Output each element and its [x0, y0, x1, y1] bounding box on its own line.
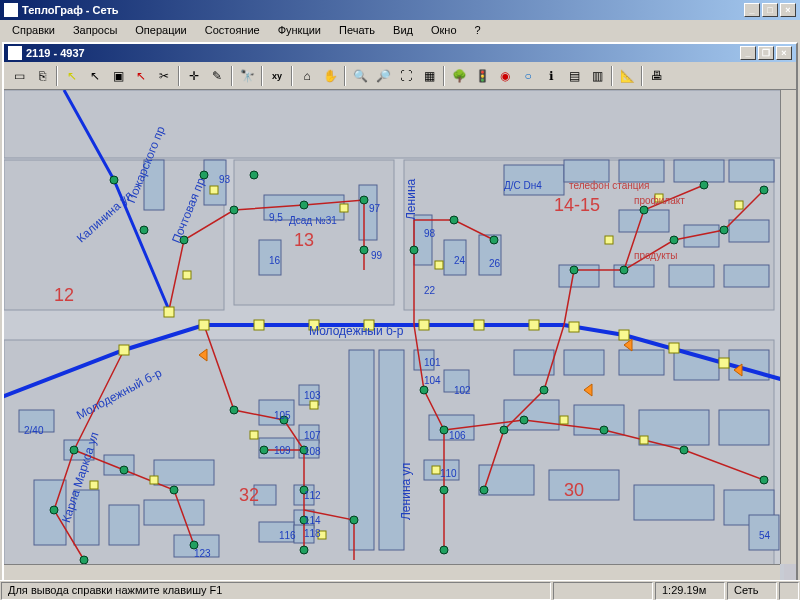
- svg-rect-48: [639, 410, 709, 445]
- tool-zoom-region[interactable]: ▦: [418, 65, 440, 87]
- svg-rect-129: [250, 431, 258, 439]
- map-label: 106: [449, 430, 466, 441]
- tool-print[interactable]: 🖶: [646, 65, 668, 87]
- menu-help[interactable]: ?: [467, 22, 489, 38]
- tool-cut[interactable]: ✂: [153, 65, 175, 87]
- svg-point-112: [70, 446, 78, 454]
- tool-circle[interactable]: ○: [517, 65, 539, 87]
- svg-rect-124: [340, 204, 348, 212]
- app-titlebar: ТеплоГраф - Сеть _ □ ×: [0, 0, 800, 20]
- svg-point-110: [500, 426, 508, 434]
- tool-home[interactable]: ⌂: [296, 65, 318, 87]
- minimize-button[interactable]: _: [744, 3, 760, 17]
- svg-rect-71: [419, 320, 429, 330]
- menu-funkcii[interactable]: Функции: [270, 22, 329, 38]
- map-label: 104: [424, 375, 441, 386]
- map-label: 24: [454, 255, 465, 266]
- map-label: 114: [304, 515, 321, 526]
- doc-close-button[interactable]: ×: [776, 46, 792, 60]
- map-label: 123: [194, 548, 211, 559]
- map-label: 108: [304, 446, 321, 457]
- tool-arrow-red[interactable]: ↖: [130, 65, 152, 87]
- tool-crosshair[interactable]: ✛: [183, 65, 205, 87]
- svg-point-103: [440, 486, 448, 494]
- tool-measure[interactable]: 📐: [616, 65, 638, 87]
- maximize-button[interactable]: □: [762, 3, 778, 17]
- tool-fit[interactable]: ⛶: [395, 65, 417, 87]
- map-viewport[interactable]: 1213303214-15Молодежный б-рМолодежный б-…: [4, 90, 796, 580]
- svg-point-107: [680, 446, 688, 454]
- svg-point-106: [600, 426, 608, 434]
- doc-icon: [8, 46, 22, 60]
- svg-rect-122: [183, 271, 191, 279]
- doc-title: 2119 - 4937: [26, 47, 85, 59]
- scrollbar-vertical[interactable]: [780, 90, 796, 564]
- tool-copy[interactable]: ⎘: [31, 65, 53, 87]
- tool-hand[interactable]: ✋: [319, 65, 341, 87]
- menu-operacii[interactable]: Операции: [127, 22, 194, 38]
- status-grip: [779, 582, 799, 600]
- menu-zaprosy[interactable]: Запросы: [65, 22, 125, 38]
- close-button[interactable]: ×: [780, 3, 796, 17]
- statusbar: Для вывода справки нажмите клавишу F1 1:…: [0, 580, 800, 600]
- svg-point-86: [570, 266, 578, 274]
- svg-point-111: [480, 486, 488, 494]
- map-label: 97: [369, 203, 380, 214]
- tool-xy[interactable]: xy: [266, 65, 288, 87]
- scrollbar-horizontal[interactable]: [4, 564, 780, 580]
- svg-rect-64: [379, 350, 404, 550]
- status-coord: 1:29.19м: [655, 582, 725, 600]
- tool-layers[interactable]: ▤: [563, 65, 585, 87]
- tool-arrow-black[interactable]: ↖: [84, 65, 106, 87]
- tool-tree[interactable]: 🌳: [448, 65, 470, 87]
- tool-select-rect[interactable]: ▣: [107, 65, 129, 87]
- svg-rect-132: [432, 466, 440, 474]
- map-label: 13: [294, 230, 314, 251]
- svg-rect-77: [719, 358, 729, 368]
- svg-rect-15: [564, 160, 609, 182]
- tool-zoom-in[interactable]: 🔍: [349, 65, 371, 87]
- menu-okno[interactable]: Окно: [423, 22, 465, 38]
- map-label: 112: [304, 490, 321, 501]
- map-label: Молодежный б-р: [309, 324, 404, 338]
- tool-traffic[interactable]: 🚦: [471, 65, 493, 87]
- svg-point-102: [440, 426, 448, 434]
- tool-target[interactable]: ◉: [494, 65, 516, 87]
- svg-rect-126: [605, 236, 613, 244]
- svg-point-100: [350, 516, 358, 524]
- menu-pechat[interactable]: Печать: [331, 22, 383, 38]
- svg-point-91: [720, 226, 728, 234]
- menu-spravki[interactable]: Справки: [4, 22, 63, 38]
- svg-rect-134: [640, 436, 648, 444]
- app-icon: [4, 3, 18, 17]
- menu-sostoyanie[interactable]: Состояние: [197, 22, 268, 38]
- map-label: 32: [239, 485, 259, 506]
- svg-rect-21: [729, 220, 769, 242]
- svg-point-82: [360, 246, 368, 254]
- doc-restore-button[interactable]: ❐: [758, 46, 774, 60]
- svg-point-118: [110, 176, 118, 184]
- tool-layers2[interactable]: ▥: [586, 65, 608, 87]
- svg-point-108: [760, 476, 768, 484]
- svg-point-99: [260, 446, 268, 454]
- map-label: телефон станция: [569, 180, 649, 191]
- svg-rect-133: [560, 416, 568, 424]
- tool-binoculars[interactable]: 🔭: [236, 65, 258, 87]
- svg-point-119: [140, 226, 148, 234]
- tool-zoom-out[interactable]: 🔎: [372, 65, 394, 87]
- tool-arrow-yellow[interactable]: ↖: [61, 65, 83, 87]
- map-label: Ленина ул: [399, 463, 413, 520]
- map-label: 30: [564, 480, 584, 501]
- tool-edit[interactable]: ✎: [206, 65, 228, 87]
- tool-info[interactable]: ℹ: [540, 65, 562, 87]
- svg-rect-66: [164, 307, 174, 317]
- svg-point-92: [760, 186, 768, 194]
- map-label: 116: [279, 530, 296, 541]
- tool-new[interactable]: ▭: [8, 65, 30, 87]
- svg-point-79: [230, 206, 238, 214]
- map-label: 99: [371, 250, 382, 261]
- svg-rect-123: [210, 186, 218, 194]
- doc-minimize-button[interactable]: _: [740, 46, 756, 60]
- svg-point-114: [80, 556, 88, 564]
- menu-vid[interactable]: Вид: [385, 22, 421, 38]
